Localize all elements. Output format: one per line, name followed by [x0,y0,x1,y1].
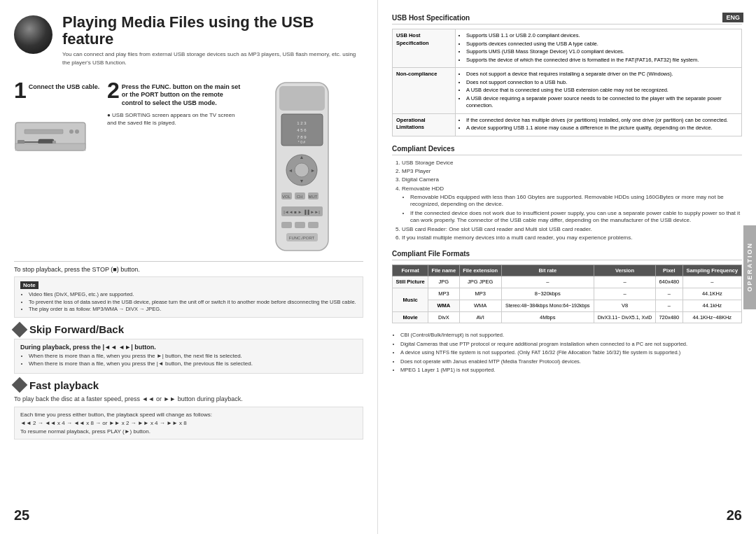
bottom-notes: CBI (Control/Bulk/Interrupt) is not supp… [392,332,742,374]
format-row-wma: WMA WMA Stereo:48~384kbps Mono:64~192kbp… [393,300,742,311]
bottom-note: A device using NTFS file system is not s… [400,349,742,357]
devices-list: USB Storage Device MP3 Player Digital Ca… [392,160,742,242]
svg-point-3 [75,129,79,134]
device-item: If you install multiple memory devices i… [402,234,742,241]
step2-number: 2 [107,79,120,101]
col-sampling: Sampling Frequency [682,265,741,276]
note-item: To prevent the loss of data saved in the… [29,299,357,306]
device-item: MP3 Player [402,168,742,175]
spec-label: Operational Limitations [393,113,456,136]
page-number-right: 26 [727,507,742,524]
step1-header: 1 Connect the USB cable. [14,79,102,101]
device-item: Digital Camera [402,176,742,183]
fast-speed-box: Each time you press either button, the p… [14,407,363,440]
header-text: Playing Media Files using the USB featur… [62,14,363,66]
resume-note: To resume normal playback, press PLAY (►… [20,428,357,435]
svg-point-2 [69,129,74,134]
spec-content: Does not support a device that requires … [456,68,742,114]
svg-point-17 [295,163,309,177]
fast-title: Fast playback [29,379,99,391]
device-item: USB Storage Device [402,160,742,167]
format-row-mp3: Music MP3 MP3 8~320kbps – – 44.1KHz [393,288,742,300]
device-item: USB card Reader: One slot USB card reade… [402,226,742,233]
step1: 1 Connect the USB cable. [14,79,102,255]
format-row-still: Still Picture JPG JPG JPEG – – 640x480 – [393,276,742,288]
operation-label: OPERATION [746,242,753,292]
skip-bullet: When there is more than a file, when you… [29,353,357,360]
compliant-devices-title: Compliant Devices [392,145,742,155]
fast-title-row: Fast playback [14,379,363,391]
page-container: Playing Media Files using the USB featur… [0,0,756,534]
col-format: Format [393,265,428,276]
note-item: The play order is as follow: MP3/WMA → D… [29,306,357,313]
header-subtitle: You can connect and play files from exte… [62,50,363,66]
svg-text:4 5 6: 4 5 6 [297,128,307,132]
svg-text:►: ► [311,168,316,173]
compliant-file-formats-section: Compliant File Formats Format File name … [392,250,742,323]
bottom-note: CBI (Control/Bulk/Interrupt) is not supp… [400,332,742,339]
svg-text:1 2 3: 1 2 3 [297,121,307,125]
fast-playback-section: Fast playback To play back the disc at a… [14,379,363,440]
step2-text: Press the FUNC. button on the main set o… [122,79,242,108]
page-header: Playing Media Files using the USB featur… [14,14,363,71]
svg-rect-31 [295,222,305,228]
right-page: ENG USB Host Specification USB Host Spec… [378,0,756,534]
col-filename: File name [428,265,459,276]
svg-rect-10 [279,86,325,111]
svg-text:▼: ▼ [300,178,304,183]
svg-rect-30 [281,222,292,228]
usb-host-spec-title: USB Host Specification [392,14,742,24]
step1-text: Connect the USB cable. [29,79,100,92]
fast-desc: To play back the disc at a faster speed,… [14,395,363,404]
bottom-note: Does not operate with Janus enabled MTP … [400,358,742,366]
file-formats-title: Compliant File Formats [392,250,742,260]
col-extension: File extension [459,265,501,276]
skip-bullet: When there is more than a file, when you… [29,360,357,367]
svg-rect-8 [15,143,85,150]
step2-header: 2 Press the FUNC. button on the main set… [107,79,242,108]
sorting-note: ● USB SORTING screen appears on the TV s… [107,111,242,127]
spec-label: USB Host Specification [393,29,456,68]
note-box: Note Video files (DivX, MPEG, etc.) are … [14,276,363,318]
svg-text:▲: ▲ [300,155,304,160]
svg-text:CH: CH [297,195,303,199]
svg-text:FUNC./PORT: FUNC./PORT [289,236,315,240]
device-item: Removable HDD Removable HDDs equipped wi… [402,185,742,225]
skip-title: Skip Forward/Back [29,323,124,335]
steps-row: 1 Connect the USB cable. [14,79,363,255]
spec-label: Non-compliance [393,68,456,114]
formats-header-row: Format File name File extension Bit rate… [393,265,742,276]
page-number-left: 25 [14,507,29,524]
col-pixel: Pixel [656,265,682,276]
svg-text:◄: ◄ [288,168,293,173]
speed-sequence: ◄◄ 2 → ◄◄ x 4 → ◄◄ x 8 → or ►► x 2 → ►► … [20,420,357,426]
svg-rect-32 [308,222,318,228]
note-bullets: Video files (DivX, MPEG, etc.) are suppo… [20,291,357,313]
usb-spec-table: USB Host Specification Supports USB 1.1 … [392,29,742,136]
eng-badge: ENG [722,13,743,22]
remote-illustration: 1 2 3 4 5 6 7 8 9 * 0 # ▲ ▼ ◄ ► [248,79,363,255]
compliant-devices-section: Compliant Devices USB Storage Device MP3… [392,145,742,242]
skip-bullets: When there is more than a file, when you… [20,353,357,368]
format-row-movie: Movie DivX AVI 4Mbps DivX3.11~ DivX5.1, … [393,311,742,323]
bottom-note: Digital Cameras that use PTP protocol or… [400,341,742,349]
skip-desc-title: During playback, press the |◄◄ ◄►| butto… [20,344,357,351]
spec-content: Supports USB 1.1 or USB 2.0 compliant de… [456,29,742,68]
skip-diamond-icon [12,321,28,337]
speed-note: Each time you press either button, the p… [20,412,357,418]
page-title: Playing Media Files using the USB featur… [62,14,363,48]
spec-content: If the connected device has multiple dri… [456,113,742,136]
formats-table: Format File name File extension Bit rate… [392,265,742,323]
note-label: Note [20,281,38,289]
svg-text:|◄◄  ■  ►  ▐▐  ►►|: |◄◄ ■ ► ▐▐ ►►| [284,209,320,215]
step1-number: 1 [14,79,27,101]
spec-row: Operational Limitations If the connected… [393,113,742,136]
skip-desc-box: During playback, press the |◄◄ ◄►| butto… [14,339,363,374]
bottom-note: MPEG 1 Layer 1 (MP1) is not supported. [400,367,742,374]
left-page: Playing Media Files using the USB featur… [0,0,378,534]
fast-diamond-icon [12,377,28,393]
operation-bar: OPERATION [743,225,756,309]
usb-host-spec-section: USB Host Specification USB Host Specific… [392,14,742,136]
skip-forward-back-section: Skip Forward/Back During playback, press… [14,323,363,374]
logo-icon [14,15,52,54]
